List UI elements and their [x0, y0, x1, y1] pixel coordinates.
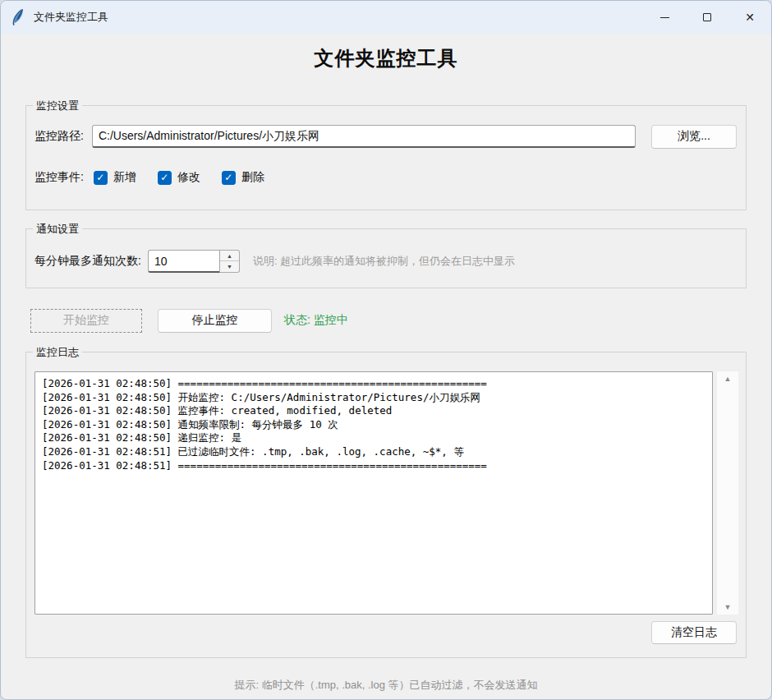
rate-label: 每分钟最多通知次数:: [34, 254, 141, 269]
notify-settings-group-label: 通知设置: [33, 222, 82, 237]
spin-up-icon[interactable]: ▲: [220, 251, 239, 261]
title-bar[interactable]: 文件夹监控工具 ✕: [1, 1, 771, 34]
checkbox-event-deleted[interactable]: ✓ 删除: [222, 170, 264, 185]
status-text: 状态: 监控中: [284, 313, 348, 328]
browse-button[interactable]: 浏览...: [651, 125, 737, 149]
checkbox-label: 新增: [113, 170, 136, 185]
monitor-settings-group-label: 监控设置: [33, 99, 82, 113]
events-row: 监控事件: ✓ 新增 ✓ 修改 ✓ 删除: [34, 167, 264, 188]
status-value: 监控中: [314, 313, 348, 326]
close-button[interactable]: ✕: [728, 1, 771, 34]
rate-row: 每分钟最多通知次数: ▲ ▼ 说明: 超过此频率的通知将被抑制，但仍会在日志中显…: [34, 249, 738, 274]
spin-down-icon[interactable]: ▼: [220, 261, 239, 272]
checkbox-checked-icon: ✓: [158, 171, 172, 185]
events-label: 监控事件:: [34, 170, 84, 185]
actions-row: 开始监控 停止监控 状态: 监控中: [30, 308, 747, 333]
page-title: 文件夹监控工具: [1, 45, 771, 71]
minimize-button[interactable]: [643, 1, 686, 34]
window-title: 文件夹监控工具: [34, 10, 108, 25]
stop-monitor-button[interactable]: 停止监控: [158, 309, 272, 333]
notify-settings-group: 通知设置 每分钟最多通知次数: ▲ ▼ 说明: 超过此频率的通知将被抑制，但仍会…: [25, 228, 747, 288]
app-icon: [11, 8, 25, 26]
rate-hint: 说明: 超过此频率的通知将被抑制，但仍会在日志中显示: [253, 254, 515, 269]
clear-log-button[interactable]: 清空日志: [651, 621, 737, 644]
scroll-down-icon[interactable]: ▼: [717, 600, 738, 615]
maximize-icon: [703, 13, 711, 21]
checkbox-label: 修改: [177, 170, 200, 185]
maximize-button[interactable]: [686, 1, 728, 34]
checkbox-checked-icon: ✓: [94, 171, 108, 185]
checkbox-event-created[interactable]: ✓ 新增: [94, 170, 136, 185]
path-label: 监控路径:: [34, 129, 84, 144]
rate-spinbox: ▲ ▼: [148, 250, 240, 273]
app-window: 文件夹监控工具 ✕ 文件夹监控工具 监控设置 监控路径: 浏览... 监控事件:…: [0, 0, 772, 700]
status-label: 状态:: [284, 313, 310, 326]
path-row: 监控路径: 浏览...: [34, 124, 738, 149]
checkbox-label: 删除: [241, 170, 264, 185]
start-monitor-button[interactable]: 开始监控: [30, 309, 142, 333]
window-controls: ✕: [643, 1, 771, 34]
close-icon: ✕: [745, 12, 755, 23]
scroll-up-icon[interactable]: ▲: [717, 371, 738, 386]
checkbox-checked-icon: ✓: [222, 171, 236, 185]
footer-hint: 提示: 临时文件（.tmp, .bak, .log 等）已自动过滤，不会发送通知: [1, 678, 771, 693]
monitor-settings-group: 监控设置 监控路径: 浏览... 监控事件: ✓ 新增 ✓ 修改 ✓ 删除: [25, 105, 747, 210]
minimize-icon: [660, 17, 669, 18]
log-text: [2026-01-31 02:48:50] ==================…: [34, 371, 713, 615]
checkbox-event-modified[interactable]: ✓ 修改: [158, 170, 200, 185]
path-input[interactable]: [92, 125, 636, 148]
log-group-label: 监控日志: [33, 345, 82, 360]
log-group: 监控日志 [2026-01-31 02:48:50] =============…: [25, 352, 747, 658]
rate-input[interactable]: [148, 250, 220, 273]
spin-arrows: ▲ ▼: [220, 250, 240, 273]
log-scrollbar[interactable]: ▲ ▼: [717, 371, 738, 615]
